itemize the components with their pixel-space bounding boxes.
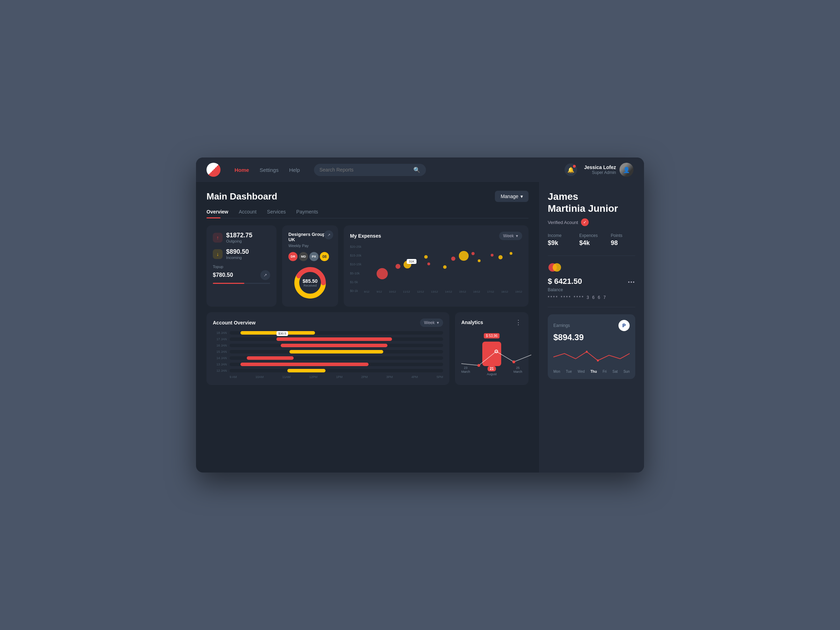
gantt-bar-red (240, 363, 369, 366)
user-info: Jessica Lofez Super Admin 👤 (584, 163, 633, 177)
tab-payments[interactable]: Payments (297, 209, 318, 218)
nav-links: Home Settings Help (235, 167, 300, 173)
gantt-track (230, 356, 443, 360)
bubble-2 (395, 264, 400, 269)
cards-row-2: Account Overview Week ▾ 18 JAN (207, 312, 529, 385)
card-section: $ 6421.50 ••• Balance **** **** **** 3 6… (548, 263, 635, 300)
dashboard-title: Main Dashboard (207, 191, 277, 202)
earnings-amount: $894.39 (553, 333, 630, 342)
search-input[interactable] (319, 167, 410, 172)
day-sun: Sun (623, 369, 630, 373)
earnings-line-svg (553, 346, 630, 366)
card-number: **** **** **** 3 6 6 7 (548, 295, 635, 300)
analytics-chart: $ 53,96 23 Marc (461, 330, 522, 376)
gantt-track: $30.5 (230, 337, 443, 341)
gantt-bar-yellow (287, 369, 326, 373)
cards-row-1: ↑ $1872.75 Outgoing ↓ $890.50 Incoming (207, 226, 529, 306)
topup-label: Topup (213, 265, 270, 269)
gantt-label: 18 JAN (213, 331, 227, 335)
analytics-line-svg (461, 344, 531, 369)
tab-overview[interactable]: Overview (207, 209, 228, 218)
incoming-icon: ↓ (213, 249, 223, 259)
avatar-count: 08 (320, 252, 329, 261)
analytics-active-day: 21 (488, 366, 496, 371)
avatars-row: DR MD PX 08 (288, 252, 332, 261)
week-selector[interactable]: Week ▾ (499, 232, 522, 240)
analytics-bar-label: $ 53,96 (484, 333, 499, 338)
nav-home[interactable]: Home (235, 167, 249, 173)
gantt-label: 15 JAN (213, 350, 227, 354)
analytics-more-button[interactable]: ⋮ (515, 319, 522, 326)
outgoing-label: Outgoing (226, 239, 253, 243)
analytics-label-25march: 25 March (513, 366, 522, 376)
gantt-row-13jan: 13 JAN (213, 363, 443, 366)
gantt-row-14jan: 14 JAN (213, 356, 443, 360)
right-panel: James Martinia Junior Verified Acount ✓ … (539, 182, 644, 472)
divider-1 (548, 256, 635, 256)
gantt-row-17jan: 17 JAN $30.5 (213, 337, 443, 341)
search-icon: 🔍 (413, 167, 420, 173)
avatar-px: PX (309, 252, 319, 261)
expenses-card: My Expenses Week ▾ $20-25k$15-20k$10-15k… (344, 226, 529, 306)
verified-check-icon: ✓ (581, 218, 589, 226)
bubble-y7 (510, 252, 512, 255)
weekly-link-icon[interactable]: ↗ (324, 230, 333, 239)
card-more-button[interactable]: ••• (628, 279, 635, 285)
earnings-chart (553, 346, 630, 368)
day-mon: Mon (553, 369, 560, 373)
avatar: 👤 (619, 163, 633, 177)
gantt-label: 16 JAN (213, 344, 227, 347)
divider-2 (548, 307, 635, 307)
svg-point-7 (553, 263, 561, 272)
nav-settings[interactable]: Settings (260, 167, 279, 173)
svg-point-8 (586, 351, 587, 353)
gantt-track (230, 350, 443, 354)
gantt-chart: 18 JAN 17 JAN $30.5 (213, 331, 443, 379)
topup-button[interactable]: ↗ (261, 270, 270, 280)
gantt-bar-red (247, 356, 294, 360)
topup-section: Topup $780.50 ↗ (213, 265, 270, 284)
donut-label: Received (303, 284, 318, 287)
tab-services[interactable]: Services (267, 209, 286, 218)
gantt-bar-red (276, 337, 392, 341)
gantt-tooltip: $30.5 (276, 331, 288, 336)
account-week-selector[interactable]: Week ▾ (420, 319, 443, 327)
stats-row: Income $9k Expences $4k Points 98 (548, 233, 635, 247)
user-name: Jessica Lofez (584, 164, 616, 170)
donut-center: $85.50 Received (303, 278, 318, 287)
incoming-info: $890.50 Incoming (226, 248, 249, 260)
profile-name: James Martinia Junior (548, 191, 635, 214)
analytics-title: Analytics (461, 319, 483, 325)
analytics-x-labels: 23 March 21 August 25 Ma (461, 366, 522, 376)
outgoing-icon: ↑ (213, 233, 223, 243)
donut-amount: $85.50 (303, 278, 318, 284)
bell-button[interactable]: 🔔 (565, 163, 577, 176)
outgoing-amount: $1872.75 (226, 232, 253, 239)
avatar-dr: DR (288, 252, 297, 261)
topup-bar (213, 283, 270, 284)
outgoing-item: ↑ $1872.75 Outgoing (213, 232, 270, 243)
account-overview-card: Account Overview Week ▾ 18 JAN (207, 312, 449, 385)
nav-help[interactable]: Help (289, 167, 300, 173)
bubble-y-labels: $20-25k$15-20k$10-15k $5-10k$1-5k$0-1k (350, 244, 362, 293)
gantt-track (230, 369, 443, 373)
topup-row: $780.50 ↗ (213, 270, 270, 280)
manage-button[interactable]: Manage ▾ (495, 191, 529, 202)
account-overview-header: Account Overview Week ▾ (213, 319, 443, 327)
expenses-value: $4k (579, 239, 604, 247)
gantt-label: 17 JAN (213, 337, 227, 341)
weekly-subtitle: Weekly Pay (288, 243, 332, 248)
verified-label: Verified Acount (548, 220, 578, 225)
tab-account[interactable]: Account (239, 209, 257, 218)
bubble-y6 (498, 255, 503, 259)
incoming-amount: $890.50 (226, 248, 249, 256)
earnings-label: Earnings (553, 323, 570, 328)
card-balance: $ 6421.50 (548, 277, 582, 286)
gantt-bar-red (281, 344, 387, 347)
points-value: 98 (611, 239, 635, 247)
gantt-row-15jan: 15 JAN (213, 350, 443, 354)
bubble-y2 (424, 255, 428, 259)
notification-dot (573, 165, 576, 167)
analytics-label-21aug: 21 August (487, 366, 497, 376)
outgoing-info: $1872.75 Outgoing (226, 232, 253, 243)
